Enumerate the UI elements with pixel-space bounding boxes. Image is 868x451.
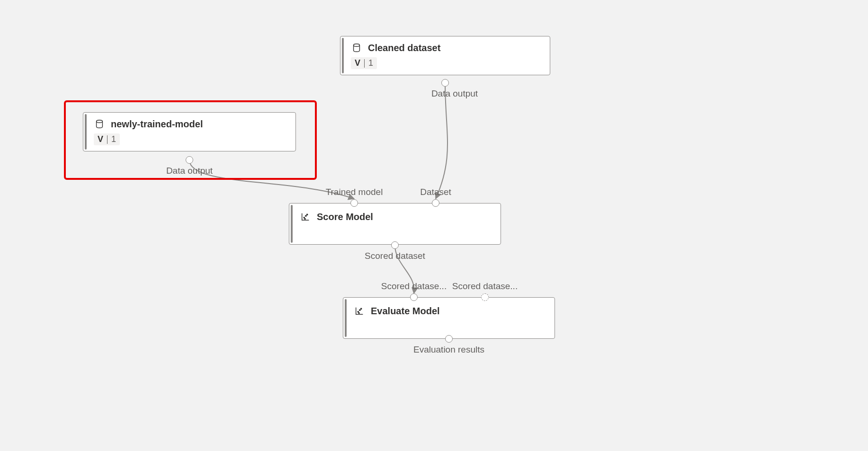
- node-title: Score Model: [317, 212, 373, 222]
- pipeline-canvas[interactable]: Cleaned dataset V 1 Data output newly-tr…: [0, 0, 868, 451]
- port-evaluate-results-out[interactable]: [445, 335, 453, 343]
- node-title: newly-trained-model: [111, 119, 203, 130]
- port-evaluate-scored-left-in[interactable]: [410, 293, 418, 301]
- port-label: Scored datase...: [452, 281, 518, 292]
- port-label: Scored datase...: [381, 281, 447, 292]
- svg-point-5: [304, 218, 305, 219]
- node-cleaned-dataset[interactable]: Cleaned dataset V 1: [340, 36, 550, 75]
- svg-point-7: [359, 310, 360, 310]
- node-title: Cleaned dataset: [368, 43, 440, 53]
- database-icon: [94, 118, 105, 130]
- node-newly-trained-model[interactable]: newly-trained-model V 1: [83, 112, 296, 151]
- node-stripe: [345, 299, 347, 337]
- node-evaluate-model[interactable]: Evaluate Model: [343, 297, 555, 339]
- port-cleaned-dataset-out[interactable]: [441, 79, 449, 87]
- scatter-icon: [300, 211, 311, 222]
- svg-point-8: [361, 308, 362, 309]
- port-label: Scored dataset: [365, 251, 425, 261]
- port-label: Dataset: [420, 187, 451, 197]
- port-evaluate-scored-right-in[interactable]: [481, 293, 489, 301]
- port-score-scored-dataset-out[interactable]: [391, 241, 399, 249]
- port-label: Evaluation results: [413, 345, 484, 355]
- svg-point-6: [358, 311, 358, 312]
- node-stripe: [291, 205, 293, 243]
- port-score-dataset-in[interactable]: [432, 199, 439, 207]
- port-newly-trained-model-out[interactable]: [186, 156, 193, 164]
- node-score-model[interactable]: Score Model: [289, 203, 501, 245]
- version-badge: V 1: [351, 57, 377, 69]
- svg-point-3: [305, 215, 306, 216]
- version-badge: V 1: [94, 133, 120, 145]
- port-label: Data output: [166, 166, 213, 176]
- scatter-icon: [354, 305, 365, 317]
- database-icon: [351, 42, 362, 53]
- node-stripe: [342, 38, 344, 73]
- svg-point-0: [354, 44, 360, 47]
- port-label: Data output: [431, 88, 478, 99]
- svg-point-4: [307, 214, 308, 215]
- node-title: Evaluate Model: [371, 306, 440, 317]
- svg-point-9: [358, 312, 359, 313]
- svg-point-2: [304, 217, 304, 218]
- port-score-trained-model-in[interactable]: [350, 199, 358, 207]
- node-stripe: [85, 114, 87, 150]
- svg-point-1: [97, 120, 103, 123]
- port-label: Trained model: [326, 187, 383, 197]
